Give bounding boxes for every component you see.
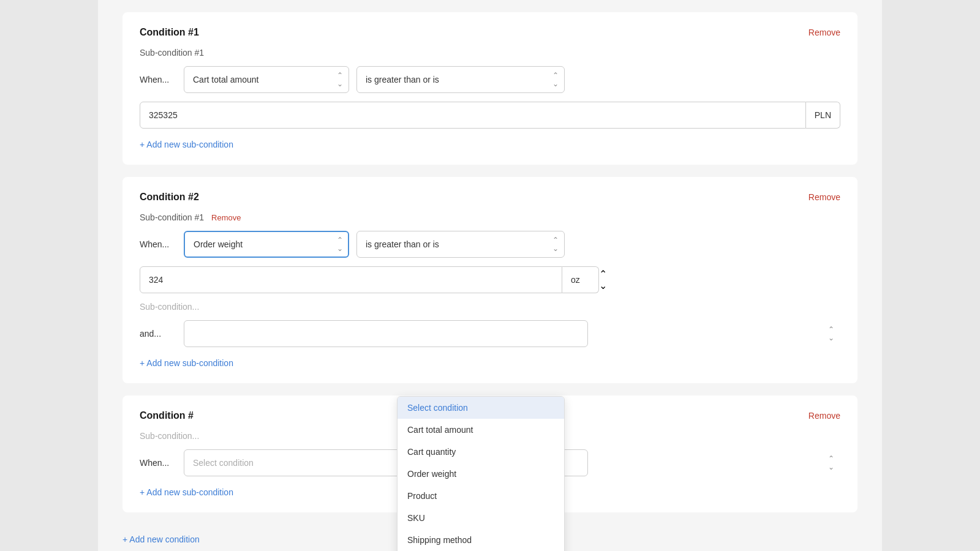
dropdown-item-select-condition[interactable]: Select condition [398, 397, 564, 419]
condition-2-unit-select[interactable]: oz [562, 266, 599, 293]
condition-1-field-select[interactable]: Cart total amount [184, 66, 349, 93]
condition-1-block: Condition #1 Remove Sub-condition #1 Whe… [123, 12, 858, 165]
condition-3-field-chevron: ⌃⌄ [828, 454, 834, 471]
condition-2-and-row: and... ⌃⌄ [140, 320, 840, 347]
condition-2-operator-select[interactable]: is greater than or is [356, 231, 565, 258]
dropdown-item-shipping-method[interactable]: Shipping method [398, 529, 564, 551]
condition-1-remove[interactable]: Remove [809, 28, 840, 37]
condition-1-value-row: PLN [140, 102, 840, 129]
condition-2-unit-chevron: ⌃⌄ [599, 268, 607, 291]
condition-1-currency: PLN [806, 102, 840, 129]
condition-2-and-select-wrapper: ⌃⌄ [184, 320, 840, 347]
condition-2-header: Condition #2 Remove [140, 192, 840, 203]
condition-2-field-wrapper: Order weight ⌃⌄ [184, 231, 349, 258]
condition-2-and-operator-select[interactable] [184, 320, 588, 347]
condition-3-title: Condition # [140, 410, 194, 421]
condition-2-and-label: and... [140, 329, 176, 339]
condition-1-operator-wrapper: is greater than or is ⌃⌄ [356, 66, 565, 93]
condition-1-sub1-label: Sub-condition #1 [140, 48, 840, 58]
condition-2-title: Condition #2 [140, 192, 199, 203]
condition-1-title: Condition #1 [140, 27, 199, 38]
condition-2-value-input[interactable] [140, 266, 562, 293]
condition-1-value-input[interactable] [140, 102, 806, 129]
add-condition-button[interactable]: + Add new condition [123, 530, 200, 549]
condition-2-field-select[interactable]: Order weight [184, 231, 349, 258]
condition-2-remove[interactable]: Remove [809, 192, 840, 202]
condition-dropdown: Select condition Cart total amount Cart … [397, 396, 565, 551]
condition-2-sub2-label: Sub-condition... [140, 302, 840, 312]
condition-2-operator-wrapper: is greater than or is ⌃⌄ [356, 231, 565, 258]
dropdown-item-product[interactable]: Product [398, 485, 564, 507]
dropdown-item-sku[interactable]: SKU [398, 507, 564, 529]
condition-2-and-operator-chevron: ⌃⌄ [828, 325, 834, 342]
dropdown-item-cart-total[interactable]: Cart total amount [398, 419, 564, 441]
condition-1-operator-select[interactable]: is greater than or is [356, 66, 565, 93]
dropdown-item-order-weight[interactable]: Order weight [398, 463, 564, 485]
condition-2-block: Condition #2 Remove Sub-condition #1 Rem… [123, 177, 858, 383]
condition-1-add-sub[interactable]: + Add new sub-condition [140, 140, 233, 149]
condition-2-unit-wrapper: oz ⌃⌄ [562, 266, 607, 293]
condition-2-sub1-remove[interactable]: Remove [211, 213, 241, 222]
condition-3-remove[interactable]: Remove [809, 411, 840, 421]
condition-1-when-label: When... [140, 75, 176, 84]
condition-2-when-label: When... [140, 239, 176, 249]
dropdown-item-cart-quantity[interactable]: Cart quantity [398, 441, 564, 463]
condition-3-when-label: When... [140, 458, 176, 468]
condition-2-when-row: When... Order weight ⌃⌄ is greater than … [140, 231, 840, 258]
main-content: Condition #1 Remove Sub-condition #1 Whe… [98, 0, 882, 551]
condition-2-add-sub[interactable]: + Add new sub-condition [140, 358, 233, 368]
condition-1-field-wrapper: Cart total amount ⌃⌄ [184, 66, 349, 93]
condition-2-sub1-header: Sub-condition #1 Remove [140, 212, 840, 222]
condition-2-value-row: oz ⌃⌄ [140, 266, 840, 293]
condition-1-header: Condition #1 Remove [140, 27, 840, 38]
condition-3-add-sub[interactable]: + Add new sub-condition [140, 487, 233, 497]
condition-1-when-row: When... Cart total amount ⌃⌄ is greater … [140, 66, 840, 93]
condition-2-sub1-label: Sub-condition #1 [140, 212, 204, 222]
